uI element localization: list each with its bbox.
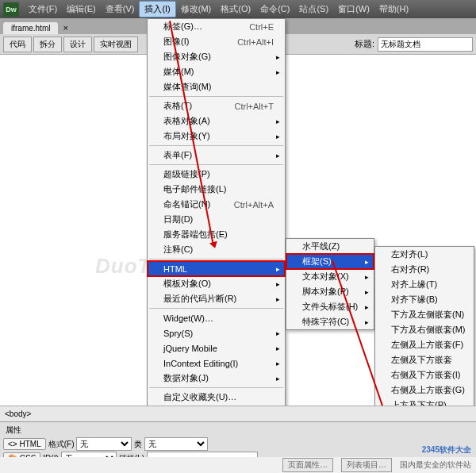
tab-iframe[interactable]: iframe.html: [3, 22, 58, 34]
mi-bottom[interactable]: 对齐下缘(B): [375, 292, 474, 307]
html-submenu: 水平线(Z) 框架(S) 文本对象(X) 脚本对象(P) 文件头标签(H) 特殊…: [286, 238, 374, 330]
page-props-button[interactable]: 页面属性…: [282, 458, 333, 472]
mi-data-obj[interactable]: 数据对象(J): [148, 371, 285, 386]
view-code-button[interactable]: 代码: [3, 37, 32, 52]
mi-layout-obj[interactable]: 布局对象(Y): [148, 129, 285, 144]
mi-rb[interactable]: 右侧及下方嵌套(I): [375, 367, 474, 383]
mi-top[interactable]: 对齐上缘(T): [375, 277, 474, 292]
view-design-button[interactable]: 设计: [63, 37, 92, 52]
mi-jqm[interactable]: jQuery Mobile: [148, 340, 285, 356]
mi-recent[interactable]: 最近的代码片断(R): [148, 291, 285, 306]
title-label: 标题:: [355, 38, 374, 50]
menu-window[interactable]: 窗口(W): [333, 2, 374, 17]
menu-help[interactable]: 帮助(H): [374, 2, 413, 17]
menu-edit[interactable]: 编辑(E): [62, 2, 101, 17]
mi-media[interactable]: 媒体(M): [148, 64, 285, 79]
mi-table-obj[interactable]: 表格对象(A): [148, 113, 285, 129]
mi-table[interactable]: 表格(T)Ctrl+Alt+T: [148, 98, 285, 113]
menu-bar: Dw 文件(F) 编辑(E) 查看(V) 插入(I) 修改(M) 格式(O) 命…: [0, 0, 476, 18]
mi-special[interactable]: 特殊字符(C): [286, 314, 374, 329]
mi-hr[interactable]: 水平线(Z): [286, 239, 374, 254]
mi-frame[interactable]: 框架(S): [286, 254, 374, 269]
menu-insert[interactable]: 插入(I): [139, 1, 175, 17]
mi-br[interactable]: 下方及右侧嵌套(M): [375, 322, 474, 337]
app-logo-icon: Dw: [3, 2, 19, 17]
mi-script-obj[interactable]: 脚本对象(P): [286, 284, 374, 299]
mi-spry[interactable]: Spry(S): [148, 325, 285, 340]
mi-bl[interactable]: 下方及左侧嵌套(N): [375, 307, 474, 322]
mi-anchor[interactable]: 命名锚记(N)Ctrl+Alt+A: [148, 197, 285, 212]
mi-right[interactable]: 右对齐(R): [375, 262, 474, 277]
mi-fav[interactable]: 自定义收藏夹(U)…: [148, 390, 285, 405]
mi-ice[interactable]: InContext Editing(I): [148, 356, 285, 371]
mi-left[interactable]: 左对齐(L): [375, 247, 474, 262]
mi-lt[interactable]: 左侧及下方嵌套: [375, 352, 474, 367]
footer-slogan: 国内最安全的软件站: [400, 460, 471, 471]
mi-tag[interactable]: 标签(G)…Ctrl+E: [148, 19, 285, 34]
view-split-button[interactable]: 拆分: [33, 37, 62, 52]
properties-panel: 属性 <> HTML 格式(F) 无 类 无 🎨 CSS ID(I) 无 链接(…: [0, 421, 476, 457]
tag-body[interactable]: <body>: [5, 410, 31, 418]
menu-view[interactable]: 查看(V): [101, 2, 140, 17]
footer-bar: 页面属性… 列表项目… 国内最安全的软件站: [0, 457, 476, 473]
class-select[interactable]: 无: [144, 437, 208, 451]
mi-file-hdr[interactable]: 文件头标签(H): [286, 299, 374, 314]
menu-file[interactable]: 文件(F): [24, 2, 62, 17]
menu-modify[interactable]: 修改(M): [176, 2, 217, 17]
list-props-button[interactable]: 列表项目…: [341, 458, 392, 472]
props-tab-html[interactable]: <> HTML: [3, 438, 46, 450]
properties-header: 属性: [3, 424, 473, 436]
format-label: 格式(F): [48, 439, 75, 450]
mi-template[interactable]: 模板对象(O): [148, 276, 285, 291]
mi-image[interactable]: 图像(I)Ctrl+Alt+I: [148, 34, 285, 49]
brand-watermark: 2345软件大全: [422, 444, 471, 456]
menu-site[interactable]: 站点(S): [294, 2, 333, 17]
menu-format[interactable]: 格式(O): [216, 2, 255, 17]
mi-rt[interactable]: 右侧及上方嵌套(G): [375, 383, 474, 398]
mi-date[interactable]: 日期(D): [148, 212, 285, 227]
format-select[interactable]: 无: [76, 437, 132, 451]
mi-widget[interactable]: Widget(W)…: [148, 310, 285, 325]
tag-selector-bar: <body>: [0, 406, 476, 421]
menu-command[interactable]: 命令(C): [255, 2, 294, 17]
mi-image-obj[interactable]: 图像对象(G): [148, 49, 285, 64]
view-live-button[interactable]: 实时视图: [94, 37, 138, 52]
mi-html[interactable]: HTML: [148, 261, 285, 276]
class-label: 类: [134, 439, 142, 450]
mi-email[interactable]: 电子邮件链接(L): [148, 182, 285, 197]
mi-form[interactable]: 表单(F): [148, 148, 285, 163]
title-input[interactable]: [378, 37, 473, 52]
tab-close-icon[interactable]: ×: [58, 21, 72, 34]
mi-ssi[interactable]: 服务器端包括(E): [148, 227, 285, 242]
mi-text-obj[interactable]: 文本对象(X): [286, 269, 374, 284]
mi-lb[interactable]: 左侧及上方嵌套(F): [375, 337, 474, 352]
mi-hyperlink[interactable]: 超级链接(P): [148, 167, 285, 182]
insert-dropdown: 标签(G)…Ctrl+E 图像(I)Ctrl+Alt+I 图像对象(G) 媒体(…: [147, 18, 286, 421]
mi-media-query[interactable]: 媒体查询(M): [148, 79, 285, 94]
